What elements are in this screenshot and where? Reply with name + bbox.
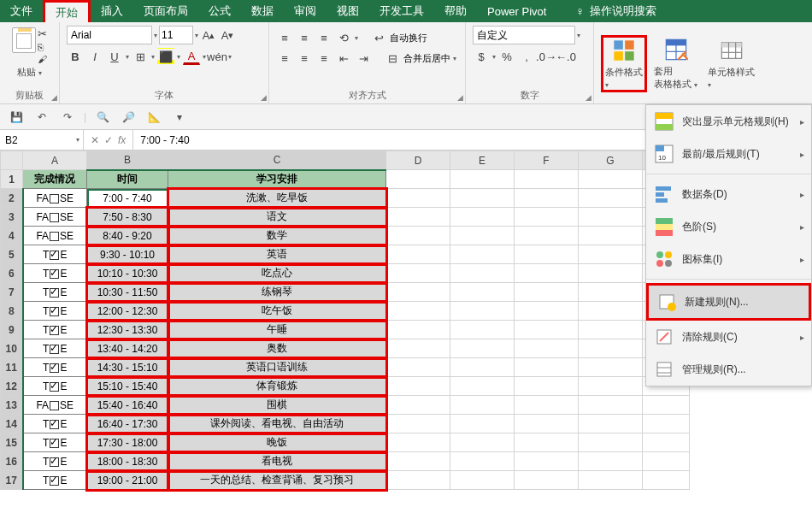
save-icon[interactable]: 💾 (7, 108, 26, 127)
cell-G16[interactable] (579, 452, 643, 471)
menu-help[interactable]: 帮助 (434, 0, 477, 22)
paste-button[interactable]: ✂ ⎘ 🖌 粘贴 ▾ (9, 26, 50, 80)
qat-ruler-icon[interactable]: 📐 (144, 108, 163, 127)
increase-indent-icon[interactable]: ⇥ (355, 50, 372, 67)
cell-D4[interactable] (386, 227, 450, 245)
cell-F16[interactable] (515, 452, 579, 471)
menu-insert[interactable]: 插入 (91, 0, 133, 22)
cell-G10[interactable] (579, 339, 643, 358)
cell-A10[interactable]: TE (23, 339, 87, 358)
increase-decimal-icon[interactable]: .0→ (538, 48, 555, 65)
cell-F9[interactable] (515, 321, 579, 339)
cell-A3[interactable]: FASE (23, 208, 87, 227)
cf-manage-rules[interactable]: 管理规则(R)... (646, 353, 811, 386)
cell-G8[interactable] (579, 302, 643, 321)
cell-E9[interactable] (450, 321, 515, 339)
cell-F11[interactable] (515, 358, 579, 377)
cell-C5[interactable]: 英语 (168, 245, 386, 264)
row-header-9[interactable]: 9 (1, 321, 23, 339)
row-header-8[interactable]: 8 (1, 302, 23, 321)
cell-G12[interactable] (579, 377, 643, 396)
font-color-button[interactable]: A (183, 48, 200, 65)
col-header-F[interactable]: F (515, 151, 579, 170)
cell-A8[interactable]: TE (23, 302, 87, 321)
cell-H17[interactable] (643, 471, 690, 490)
cell-C9[interactable]: 午睡 (168, 321, 386, 339)
cell-E15[interactable] (450, 433, 515, 452)
cell-D5[interactable] (386, 245, 450, 264)
cell-D9[interactable] (386, 321, 450, 339)
cell-G6[interactable] (579, 264, 643, 283)
cell-C6[interactable]: 吃点心 (168, 264, 386, 283)
number-launcher[interactable]: ◢ (585, 93, 591, 102)
cell-C1[interactable]: 学习安排 (168, 170, 386, 189)
cell-A12[interactable]: TE (23, 377, 87, 396)
cell-A13[interactable]: FASE (23, 396, 87, 415)
menu-home[interactable]: 开始 (43, 0, 91, 22)
cell-E16[interactable] (450, 452, 515, 471)
cell-G14[interactable] (579, 415, 643, 433)
cell-A2[interactable]: FASE (23, 189, 87, 208)
cell-B9[interactable]: 12:30 - 13:30 (87, 321, 168, 339)
cell-F8[interactable] (515, 302, 579, 321)
cell-E5[interactable] (450, 245, 515, 264)
decrease-font-icon[interactable]: A▾ (219, 27, 236, 44)
col-header-A[interactable]: A (23, 151, 87, 170)
cell-E4[interactable] (450, 227, 515, 245)
border-button[interactable]: ⊞ (132, 48, 149, 65)
qat-zoom-icon[interactable]: 🔎 (119, 108, 138, 127)
menu-formulas[interactable]: 公式 (198, 0, 241, 22)
cell-B1[interactable]: 时间 (87, 170, 168, 189)
row-header-4[interactable]: 4 (1, 227, 23, 245)
cell-H14[interactable] (643, 415, 690, 433)
format-painter-icon[interactable]: 🖌 (38, 54, 47, 64)
cell-C8[interactable]: 吃午饭 (168, 302, 386, 321)
cell-D8[interactable] (386, 302, 450, 321)
cell-D2[interactable] (386, 189, 450, 208)
row-header-5[interactable]: 5 (1, 245, 23, 264)
cell-G13[interactable] (579, 396, 643, 415)
cell-E8[interactable] (450, 302, 515, 321)
cell-C2[interactable]: 洗漱、吃早饭 (168, 189, 386, 208)
cell-D12[interactable] (386, 377, 450, 396)
enter-icon[interactable]: ✓ (104, 134, 113, 146)
copy-icon[interactable]: ⎘ (38, 42, 47, 52)
row-header-13[interactable]: 13 (1, 396, 23, 415)
cell-B14[interactable]: 16:40 - 17:30 (87, 415, 168, 433)
percent-icon[interactable]: % (498, 48, 515, 65)
cell-E11[interactable] (450, 358, 515, 377)
cell-F6[interactable] (515, 264, 579, 283)
row-header-16[interactable]: 16 (1, 452, 23, 471)
font-name-input[interactable] (67, 26, 152, 44)
cell-C10[interactable]: 奥数 (168, 339, 386, 358)
row-header-12[interactable]: 12 (1, 377, 23, 396)
row-header-14[interactable]: 14 (1, 415, 23, 433)
row-header-1[interactable]: 1 (1, 170, 23, 189)
cell-D15[interactable] (386, 433, 450, 452)
cell-G7[interactable] (579, 283, 643, 302)
menu-view[interactable]: 视图 (327, 0, 369, 22)
cell-B12[interactable]: 15:10 - 15:40 (87, 377, 168, 396)
name-box[interactable]: B2 ▾ (0, 130, 84, 150)
merge-icon[interactable]: ⊟ (384, 50, 401, 67)
cell-E13[interactable] (450, 396, 515, 415)
cell-C16[interactable]: 看电视 (168, 452, 386, 471)
orientation-icon[interactable]: ⟲ (335, 29, 352, 46)
qat-print-preview-icon[interactable]: 🔍 (93, 108, 112, 127)
font-launcher[interactable]: ◢ (261, 93, 267, 102)
align-bottom-icon[interactable]: ≡ (315, 29, 332, 46)
cell-F7[interactable] (515, 283, 579, 302)
cell-F1[interactable] (515, 170, 579, 189)
cell-F15[interactable] (515, 433, 579, 452)
format-as-table-button[interactable]: 套用 表格格式 ▾ (650, 36, 701, 92)
cancel-icon[interactable]: ✕ (91, 134, 99, 146)
cell-B6[interactable]: 10:10 - 10:30 (87, 264, 168, 283)
row-header-3[interactable]: 3 (1, 208, 23, 227)
cell-A1[interactable]: 完成情况 (23, 170, 87, 189)
cf-data-bars[interactable]: 数据条(D)▸ (646, 178, 811, 210)
cell-D17[interactable] (386, 471, 450, 490)
conditional-formatting-button[interactable]: 条件格式▾ (601, 35, 647, 92)
row-header-7[interactable]: 7 (1, 283, 23, 302)
cell-B4[interactable]: 8:40 - 9:20 (87, 227, 168, 245)
cell-G15[interactable] (579, 433, 643, 452)
